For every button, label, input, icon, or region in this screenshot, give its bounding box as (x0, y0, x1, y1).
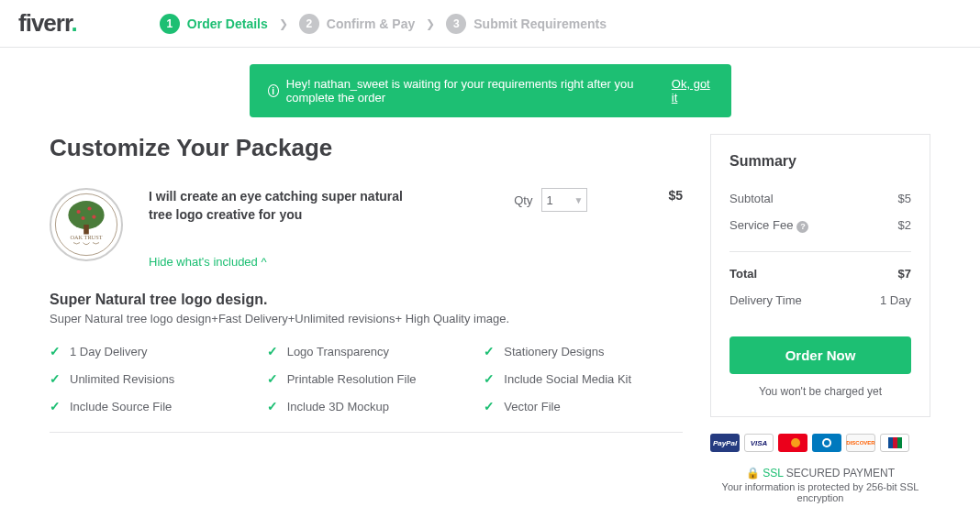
gig-price: $5 (668, 188, 683, 203)
step-submit-requirements: 3 Submit Requirements (446, 14, 607, 34)
check-icon: ✓ (484, 344, 495, 358)
charge-note: You won't be charged yet (729, 385, 911, 398)
step-confirm-pay: 2 Confirm & Pay (299, 14, 415, 34)
feature-item: ✓Logo Transparency (267, 344, 466, 358)
summary-subtotal: Subtotal $5 (729, 192, 911, 205)
toggle-included-link[interactable]: Hide what's included ^ (149, 255, 267, 269)
summary-delivery: Delivery Time 1 Day (729, 293, 911, 307)
feature-item: ✓Stationery Designs (484, 344, 683, 358)
notice-banner: i Hey! nathan_sweet is waiting for your … (250, 64, 731, 117)
step-number: 2 (299, 14, 319, 34)
order-now-button[interactable]: Order Now (729, 336, 911, 374)
info-icon[interactable]: ? (796, 221, 808, 233)
feature-item: ✓Include Social Media Kit (484, 371, 683, 386)
notice-text: Hey! nathan_sweet is waiting for your re… (286, 77, 672, 105)
main-content: Customize Your Package OAK TRUST I will … (50, 134, 683, 451)
step-label: Order Details (187, 17, 268, 31)
gig-thumbnail: OAK TRUST (50, 188, 123, 261)
lock-icon: 🔒 (746, 467, 760, 479)
paypal-icon: PayPal (710, 434, 740, 452)
check-icon: ✓ (267, 371, 278, 386)
chevron-down-icon: ▼ (574, 195, 584, 205)
summary-fee: Service Fee? $2 (729, 218, 911, 233)
info-icon: i (268, 84, 279, 97)
step-label: Confirm & Pay (327, 17, 415, 31)
feature-item: ✓Include Source File (50, 399, 249, 413)
check-icon: ✓ (484, 399, 495, 413)
header: fiverr 1 Order Details ❯ 2 Confirm & Pay… (0, 0, 980, 48)
dismiss-notice-link[interactable]: Ok, got it (672, 77, 713, 105)
svg-point-2 (77, 210, 81, 214)
summary-box: Summary Subtotal $5 Service Fee? $2 Tota… (710, 134, 930, 417)
step-number: 1 (160, 14, 180, 34)
visa-icon: VISA (744, 434, 774, 452)
section-subtitle: Super Natural tree logo design+Fast Deli… (50, 312, 683, 325)
gig-logo-text: OAK TRUST (70, 234, 102, 240)
svg-point-5 (81, 216, 84, 220)
qty-value: 1 (546, 193, 552, 207)
svg-point-8 (791, 438, 800, 447)
ssl-info: 🔒 SSL SECURED PAYMENT Your information i… (710, 467, 930, 503)
check-icon: ✓ (267, 344, 278, 358)
step-label: Submit Requirements (473, 17, 607, 31)
feature-item: ✓1 Day Delivery (50, 344, 249, 358)
checkout-steps: 1 Order Details ❯ 2 Confirm & Pay ❯ 3 Su… (160, 14, 607, 34)
discover-icon: DISCOVER (846, 434, 875, 452)
page-title: Customize Your Package (50, 134, 683, 162)
payment-methods: PayPal VISA DISCOVER (710, 434, 930, 452)
jcb-icon (880, 434, 909, 452)
svg-point-4 (92, 215, 95, 219)
check-icon: ✓ (484, 371, 495, 386)
chevron-right-icon: ❯ (426, 17, 435, 30)
feature-item: ✓Vector File (484, 399, 683, 413)
check-icon: ✓ (50, 344, 61, 358)
svg-point-3 (87, 206, 91, 210)
section-title: Super Natural tree logo design. (50, 292, 683, 308)
feature-item: ✓Include 3D Mockup (267, 399, 466, 413)
check-icon: ✓ (50, 399, 61, 413)
fiverr-logo[interactable]: fiverr (18, 9, 77, 38)
features-grid: ✓1 Day Delivery ✓Logo Transparency ✓Stat… (50, 344, 683, 433)
check-icon: ✓ (267, 399, 278, 413)
sidebar: Summary Subtotal $5 Service Fee? $2 Tota… (710, 134, 930, 503)
summary-total: Total $7 (729, 251, 911, 281)
diners-icon (812, 434, 841, 452)
gig-title: I will create an eye catching super natu… (149, 188, 406, 224)
chevron-right-icon: ❯ (279, 17, 288, 30)
step-order-details[interactable]: 1 Order Details (160, 14, 268, 34)
feature-item: ✓Printable Resolution File (267, 371, 466, 386)
gig-row: OAK TRUST I will create an eye catching … (50, 188, 683, 270)
summary-title: Summary (729, 153, 911, 170)
svg-rect-6 (84, 225, 89, 235)
qty-select[interactable]: 1 ▼ (541, 188, 587, 212)
mastercard-icon (778, 434, 807, 452)
svg-point-10 (824, 440, 830, 446)
feature-item: ✓Unlimited Revisions (50, 371, 249, 386)
qty-label: Qty (514, 193, 532, 207)
step-number: 3 (446, 14, 466, 34)
check-icon: ✓ (50, 371, 61, 386)
